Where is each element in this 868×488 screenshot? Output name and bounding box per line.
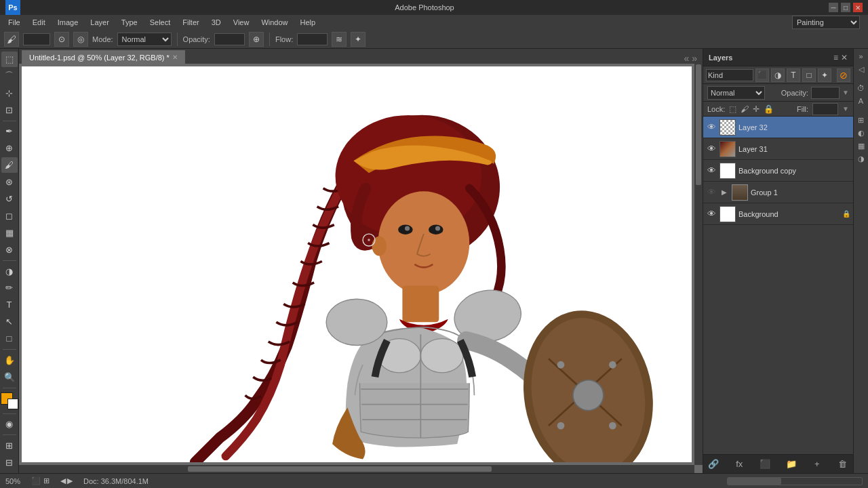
healing-tool[interactable]: ⊕ [1, 140, 18, 156]
tab-close-button[interactable]: ✕ [172, 54, 178, 61]
layer31-visibility[interactable]: 👁 [706, 144, 717, 155]
kind-filter-input[interactable] [706, 69, 753, 81]
brush-tool[interactable]: 🖌 [1, 157, 18, 173]
blend-mode-dropdown[interactable]: Normal [707, 86, 765, 100]
group1-visibility[interactable]: 👁 [706, 187, 717, 198]
shape-filter-btn[interactable]: □ [802, 68, 816, 82]
color-r-icon[interactable]: ◑ [855, 152, 867, 165]
smart-filter-btn[interactable]: ✦ [818, 68, 831, 82]
shape-tool[interactable]: □ [1, 331, 18, 346]
menu-select[interactable]: Select [144, 17, 176, 28]
fill-arrow[interactable]: ▼ [842, 105, 849, 113]
new-layer-btn[interactable]: + [810, 457, 825, 472]
menu-window[interactable]: Window [256, 17, 293, 28]
opacity-value-input[interactable]: 100% [811, 87, 840, 99]
lock-image-icon[interactable]: 🖌 [741, 104, 749, 114]
close-button[interactable]: ✕ [853, 3, 863, 12]
blur-tool[interactable]: ⊗ [1, 242, 18, 258]
eyedropper-tool[interactable]: ✒ [1, 124, 18, 140]
menu-image[interactable]: Image [52, 17, 84, 28]
text-tool[interactable]: T [1, 297, 18, 312]
fx-btn[interactable]: fx [732, 457, 747, 472]
restore-button[interactable]: □ [841, 3, 850, 12]
opacity-toggle-icon[interactable]: ⊕ [249, 32, 264, 47]
brush-size-icon[interactable]: ⊙ [54, 32, 69, 47]
lock-all-icon[interactable]: 🔒 [764, 104, 774, 114]
arrange-tool[interactable]: ⊟ [1, 455, 18, 470]
delete-layer-btn[interactable]: 🗑 [835, 457, 850, 472]
marquee-tool[interactable]: ⬚ [1, 52, 18, 67]
layer-item-layer31[interactable]: 👁 Layer 31 [703, 138, 853, 160]
timeline-bar[interactable] [727, 477, 863, 485]
vertical-scrollbar[interactable] [694, 64, 703, 465]
pixel-filter-btn[interactable]: ⬛ [755, 68, 769, 82]
arrange-toggle[interactable]: » [692, 53, 697, 64]
new-group-btn[interactable]: 📁 [784, 457, 799, 472]
link-layers-btn[interactable]: 🔗 [706, 457, 721, 472]
crop-tool[interactable]: ⊡ [1, 102, 18, 118]
doc-mode-icon[interactable]: ⊞ [43, 476, 50, 485]
panel-close-icon[interactable]: ✕ [841, 53, 848, 62]
background-color[interactable] [7, 399, 18, 409]
layer-item-layer32[interactable]: 👁 Layer 32 [703, 117, 853, 138]
layer-item-background[interactable]: 👁 Background 🔒 [703, 203, 853, 225]
layer-item-bgcopy[interactable]: 👁 Background copy [703, 160, 853, 182]
flow-input[interactable]: 100% [297, 33, 328, 45]
menu-layer[interactable]: Layer [85, 17, 115, 28]
menu-type[interactable]: Type [116, 17, 143, 28]
bgcopy-visibility[interactable]: 👁 [706, 165, 717, 176]
history-brush-tool[interactable]: ↺ [1, 191, 18, 207]
quick-select-tool[interactable]: ⊹ [1, 85, 18, 101]
pen-tool[interactable]: ✏ [1, 280, 18, 296]
menu-3d[interactable]: 3D [206, 17, 226, 28]
panels-toggle[interactable]: « [684, 53, 689, 64]
timeline-start[interactable]: ◀ [60, 476, 66, 485]
zoom-tool[interactable]: 🔍 [1, 369, 18, 385]
path-selection-tool[interactable]: ↖ [1, 314, 18, 329]
blend-mode-select[interactable]: Normal Dissolve Multiply [117, 33, 172, 46]
layer32-visibility[interactable]: 👁 [706, 122, 717, 133]
swatches-r-icon[interactable]: ▦ [855, 140, 867, 152]
character-icon[interactable]: A [855, 95, 867, 107]
fill-value-input[interactable]: 100% [812, 103, 838, 115]
cycle-panels-icon[interactable]: » [855, 50, 867, 62]
lasso-tool[interactable]: ⌒ [1, 68, 18, 84]
canvas-tab[interactable]: Untitled-1.psd @ 50% (Layer 32, RGB/8) *… [22, 50, 185, 64]
menu-view[interactable]: View [228, 17, 255, 28]
screen-mode-tool[interactable]: ⊞ [1, 438, 18, 453]
hand-tool[interactable]: ✋ [1, 352, 18, 368]
minimize-button[interactable]: ─ [829, 3, 838, 12]
group1-arrow[interactable]: ▶ [719, 188, 729, 197]
quick-mask-tool[interactable]: ◉ [1, 416, 18, 432]
adjustment-filter-btn[interactable]: ◑ [771, 68, 785, 82]
brush-size-input[interactable]: 40 [23, 33, 50, 45]
gradient-tool[interactable]: ▦ [1, 225, 18, 241]
eraser-tool[interactable]: ◻ [1, 208, 18, 224]
horizontal-scrollbar[interactable] [19, 465, 694, 473]
panel-collapse-icon[interactable]: ≡ [833, 53, 838, 62]
flow-icon[interactable]: ≋ [332, 32, 347, 47]
menu-edit[interactable]: Edit [27, 17, 51, 28]
background-visibility[interactable]: 👁 [706, 209, 717, 220]
clone-tool[interactable]: ⊛ [1, 174, 18, 190]
layer-item-group1[interactable]: 👁 ▶ Group 1 [703, 182, 853, 203]
brush-tool-icon[interactable]: 🖌 [4, 32, 19, 47]
adjustment-r-icon[interactable]: ◐ [855, 127, 867, 139]
brush-hardness-icon[interactable]: ◎ [73, 32, 88, 47]
menu-filter[interactable]: Filter [177, 17, 204, 28]
dodge-tool[interactable]: ◑ [1, 264, 18, 279]
add-mask-btn[interactable]: ⬛ [757, 457, 772, 472]
menu-file[interactable]: File [3, 17, 26, 28]
workspace-select[interactable]: Painting [792, 16, 860, 29]
filter-toggle-btn[interactable]: ⊘ [837, 68, 850, 82]
lock-position-icon[interactable]: ✛ [753, 104, 760, 114]
preview-icon[interactable]: ⬛ [31, 476, 41, 485]
lock-transparent-icon[interactable]: ⬚ [729, 104, 736, 114]
airbrush-icon[interactable]: ✦ [351, 32, 366, 47]
opacity-input[interactable]: 100% [214, 33, 245, 45]
timeline-step[interactable]: ▶ [67, 476, 73, 485]
expand-panels-icon[interactable]: ◁ [855, 63, 867, 75]
menu-help[interactable]: Help [295, 17, 321, 28]
opacity-arrow[interactable]: ▼ [842, 89, 849, 96]
type-filter-btn[interactable]: T [787, 68, 800, 82]
